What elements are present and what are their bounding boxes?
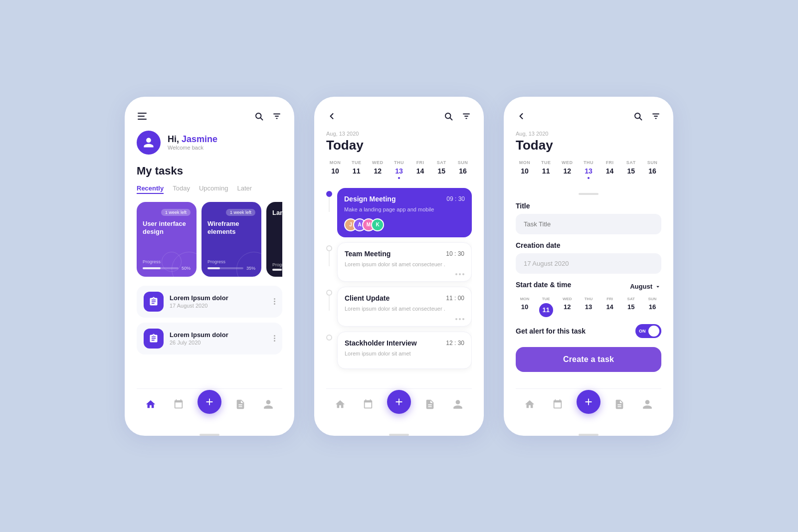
task-name: Lorem Ipsum dolor (170, 294, 268, 302)
section-title: My tasks (137, 165, 282, 177)
event-menu[interactable] (345, 273, 464, 275)
day-fri[interactable]: FRI 14 (411, 160, 429, 179)
mini-day-fri[interactable]: FRI 14 (601, 297, 619, 317)
week-row: MON 10 TUE 11 WED 12 THU 13 FRI 14 SAT (326, 160, 472, 179)
task-menu-dots[interactable] (274, 335, 275, 342)
mini-week-row: MON 10 TUE 11 WED 12 THU 13 (516, 297, 661, 317)
event-title: Client Update (345, 294, 390, 302)
filter-icon[interactable] (271, 111, 282, 122)
day-sat[interactable]: SAT 15 (432, 160, 450, 179)
nav-document[interactable] (610, 395, 628, 413)
toggle-on-label: ON (639, 329, 646, 334)
nav-profile[interactable] (259, 395, 277, 413)
card-wireframe[interactable]: 1 week left Wireframe elements Progress … (201, 202, 261, 277)
month-label: August (630, 283, 652, 290)
day-tue[interactable]: TUE 11 (537, 160, 555, 179)
mini-day-tue[interactable]: TUE 11 (537, 297, 555, 317)
event-card-team-meeting[interactable]: Team Meeting 10 : 30 Lorem ipsum dolor s… (337, 242, 472, 282)
day-mon[interactable]: MON 10 (326, 160, 344, 179)
day-tue[interactable]: TUE 11 (348, 160, 366, 179)
svg-line-1 (260, 118, 262, 120)
sheet-handle (579, 193, 598, 195)
alert-row: Get alert for this task ON (516, 324, 661, 338)
day-sat[interactable]: SAT 15 (622, 160, 640, 179)
profile-text: Hi, Jasmine Welcome back (168, 134, 217, 151)
timeline-item-client-update: Client Update 11 : 00 Lorem ipsum dolor … (326, 287, 472, 326)
nav-calendar[interactable] (359, 395, 377, 413)
alert-toggle[interactable]: ON (635, 324, 661, 338)
search-icon[interactable] (443, 111, 454, 122)
filter-icon[interactable] (461, 111, 472, 122)
nav-document[interactable] (421, 395, 439, 413)
mini-day-sat[interactable]: SAT 15 (622, 297, 640, 317)
create-task-button[interactable]: Create a task (516, 347, 661, 372)
tab-later[interactable]: Later (237, 184, 252, 194)
nav-add-button[interactable] (577, 390, 600, 414)
nav-calendar[interactable] (170, 395, 188, 413)
tab-today[interactable]: Today (173, 184, 190, 194)
search-icon[interactable] (253, 111, 264, 122)
day-thu[interactable]: THU 13 (580, 160, 598, 179)
header-row (516, 111, 661, 122)
today-title: Today (516, 138, 661, 153)
nav-calendar[interactable] (549, 395, 567, 413)
scroll-indicator (579, 434, 598, 436)
creation-date-label: Creation date (516, 241, 661, 249)
nav-home[interactable] (331, 395, 349, 413)
card-ui-design[interactable]: 1 week left User interface design Progre… (137, 202, 197, 277)
event-card-design-meeting[interactable]: Design Meeting 09 : 30 Make a landing pa… (337, 188, 472, 237)
search-icon[interactable] (632, 111, 643, 122)
day-sun[interactable]: SUN 16 (454, 160, 472, 179)
day-wed[interactable]: WED 12 (369, 160, 387, 179)
scroll-indicator (200, 434, 219, 436)
form-section-title: Title (516, 202, 661, 234)
nav-home[interactable] (521, 395, 539, 413)
scroll-indicator (389, 434, 409, 436)
date-label: Aug, 13 2020 (516, 131, 661, 137)
nav-add-button[interactable] (198, 390, 221, 414)
task-title-input[interactable] (516, 214, 661, 234)
event-menu[interactable] (345, 318, 464, 320)
avatar-4: K (371, 218, 384, 231)
back-icon[interactable] (326, 111, 337, 122)
greeting: Hi, Jasmine (168, 134, 217, 145)
tab-upcoming[interactable]: Upcoming (199, 184, 228, 194)
day-fri[interactable]: FRI 14 (601, 160, 619, 179)
task-item[interactable]: Lorem Ipsum dolor 26 July 2020 (137, 323, 282, 355)
tab-recently[interactable]: Recently (137, 184, 164, 194)
nav-add-button[interactable] (387, 390, 411, 414)
day-sun[interactable]: SUN 16 (643, 160, 661, 179)
mini-day-sun[interactable]: SUN 16 (643, 297, 661, 317)
phone-2: Aug, 13 2020 Today MON 10 TUE 11 WED 12 … (314, 97, 484, 436)
day-mon[interactable]: MON 10 (516, 160, 534, 179)
event-title: Design Meeting (344, 195, 396, 203)
month-select[interactable]: August (630, 283, 661, 290)
event-desc: Make a landing page app and mobile (344, 206, 465, 213)
task-icon (144, 329, 164, 349)
task-menu-dots[interactable] (274, 298, 275, 305)
creation-date-value: 17 August 2020 (516, 253, 661, 274)
mini-day-thu[interactable]: THU 13 (580, 297, 598, 317)
bottom-nav (326, 388, 472, 422)
event-time: 10 : 30 (446, 250, 464, 257)
today-title: Today (326, 138, 472, 153)
back-icon[interactable] (516, 111, 527, 122)
bottom-nav (516, 388, 661, 422)
day-wed[interactable]: WED 12 (558, 160, 576, 179)
menu-icon[interactable] (137, 111, 148, 122)
card-land[interactable]: Land design Progress (266, 202, 282, 277)
card-title: Land design (272, 209, 282, 262)
mini-day-wed[interactable]: WED 12 (558, 297, 576, 317)
nav-home[interactable] (142, 395, 160, 413)
filter-icon[interactable] (650, 111, 661, 122)
event-card-client-update[interactable]: Client Update 11 : 00 Lorem ipsum dolor … (337, 287, 472, 326)
nav-document[interactable] (231, 395, 249, 413)
avatar-group: J A M K (344, 218, 465, 231)
mini-day-mon[interactable]: MON 10 (516, 297, 534, 317)
event-desc: Lorem ipsum dolor sit amet consecteuer . (345, 261, 464, 268)
nav-profile[interactable] (638, 395, 656, 413)
task-item[interactable]: Lorem Ipsum dolor 17 August 2020 (137, 286, 282, 318)
nav-profile[interactable] (449, 395, 467, 413)
day-thu[interactable]: THU 13 (390, 160, 408, 179)
timeline-item-design-meeting: Design Meeting 09 : 30 Make a landing pa… (326, 188, 472, 237)
